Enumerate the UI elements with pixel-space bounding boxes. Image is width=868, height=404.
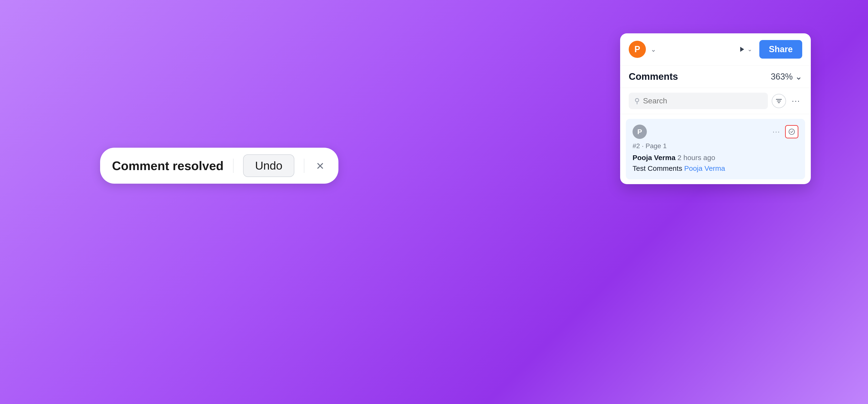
checkmark-icon bbox=[788, 128, 795, 135]
filter-button[interactable] bbox=[772, 94, 786, 108]
play-button[interactable]: ⌄ bbox=[737, 43, 754, 55]
user-avatar: P bbox=[629, 41, 646, 58]
comment-card: P ··· #2 · Page 1 Pooja Verma 2 hours ag… bbox=[626, 119, 805, 179]
zoom-control[interactable]: 363% ⌄ bbox=[771, 72, 802, 82]
resolve-button[interactable] bbox=[785, 125, 798, 138]
search-bar: ⚲ ··· bbox=[620, 88, 811, 114]
search-input[interactable] bbox=[643, 97, 762, 105]
zoom-chevron-icon: ⌄ bbox=[795, 72, 802, 82]
toast-divider-2 bbox=[304, 159, 304, 173]
panel-header: P ⌄ ⌄ Share bbox=[620, 33, 811, 66]
svg-point-4 bbox=[789, 129, 794, 134]
comment-more-button[interactable]: ··· bbox=[773, 128, 780, 136]
svg-marker-0 bbox=[740, 47, 744, 52]
panel-title: Comments bbox=[629, 71, 678, 82]
comment-card-header: P ··· bbox=[632, 125, 798, 139]
comment-time-value: 2 hours ago bbox=[677, 154, 715, 162]
avatar-chevron-icon[interactable]: ⌄ bbox=[651, 45, 656, 53]
undo-button[interactable]: Undo bbox=[243, 154, 294, 177]
comment-location: #2 · Page 1 bbox=[632, 142, 798, 150]
comment-text: Test Comments bbox=[632, 164, 682, 172]
comment-avatar: P bbox=[632, 125, 647, 139]
more-options-button[interactable]: ··· bbox=[790, 95, 802, 107]
comments-panel: P ⌄ ⌄ Share Comments 363% ⌄ ⚲ bbox=[620, 33, 811, 184]
filter-icon bbox=[776, 98, 782, 104]
play-icon bbox=[739, 46, 745, 53]
share-button[interactable]: Share bbox=[759, 40, 802, 59]
toast-divider bbox=[233, 159, 234, 173]
comment-body: Pooja Verma 2 hours ago Test Comments Po… bbox=[632, 152, 798, 174]
toast-close-button[interactable]: × bbox=[314, 159, 327, 172]
panel-subheader: Comments 363% ⌄ bbox=[620, 66, 811, 88]
search-icon: ⚲ bbox=[634, 97, 640, 105]
toast-notification: Comment resolved Undo × bbox=[100, 148, 338, 184]
zoom-value: 363% bbox=[771, 72, 793, 82]
comment-actions: ··· bbox=[773, 125, 798, 138]
search-wrapper: ⚲ bbox=[629, 93, 768, 109]
toast-message: Comment resolved bbox=[112, 159, 223, 173]
comment-mention[interactable]: Pooja Verma bbox=[684, 164, 725, 172]
comment-author: Pooja Verma bbox=[632, 154, 675, 162]
play-chevron-icon: ⌄ bbox=[747, 46, 752, 53]
